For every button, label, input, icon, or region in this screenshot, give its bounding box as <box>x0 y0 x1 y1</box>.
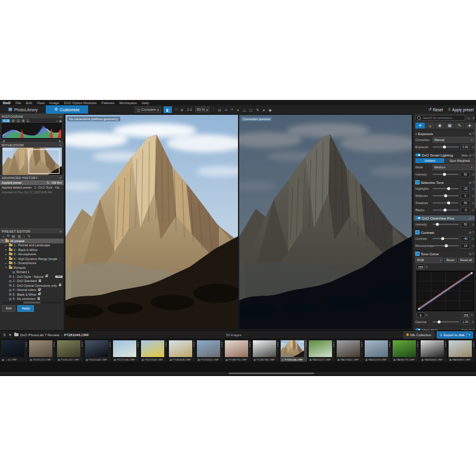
curve-max-input[interactable]: 255 <box>416 264 425 270</box>
stepper-icon[interactable]: ⇅ <box>472 187 474 190</box>
filmstrip-thumbnail[interactable]: ▣PA070601.ORF <box>336 340 363 362</box>
mode-select[interactable]: Medium ▾ <box>433 164 474 170</box>
close-icon[interactable]: ✕ <box>60 176 62 180</box>
close-icon[interactable]: ✕ <box>60 143 62 147</box>
filmstrip-thumbnail[interactable]: ▣P3261207.ORF <box>57 340 83 362</box>
expand-caret-icon[interactable]: ▾ <box>5 266 8 269</box>
slider-value[interactable]: -25 <box>461 186 470 192</box>
thumbnail-image[interactable] <box>85 340 108 357</box>
preset-tree-item[interactable]: ▾All presets <box>0 239 64 243</box>
rename-preset-icon[interactable]: ✎ <box>27 234 30 238</box>
stepper-icon[interactable]: ⇅ <box>425 314 428 317</box>
crop-tool-icon[interactable]: ⊡ <box>217 108 221 112</box>
settings-gear-icon[interactable]: ⚙ <box>469 154 471 157</box>
thumbnail-image[interactable] <box>421 340 446 357</box>
thumbnail-image[interactable] <box>449 340 472 357</box>
thumbnail-image[interactable] <box>57 340 80 357</box>
smart-lighting-header[interactable]: DxO Smart Lighting Auto ⚙ ? <box>414 152 476 158</box>
thumbnail-image[interactable] <box>141 340 164 357</box>
export-preset-icon[interactable]: ▥ <box>17 234 21 238</box>
thumbnail-image[interactable] <box>29 340 55 357</box>
spot-weighted-button[interactable]: Spot Weighted <box>445 158 474 163</box>
history-row[interactable]: Applied preset 5 - Old film <box>0 180 64 185</box>
filmstrip-thumbnail[interactable]: ▣PA051078.ORF <box>364 340 391 362</box>
contrast-header[interactable]: Contrast ⚙ ? <box>414 230 476 235</box>
thumbnail-image[interactable] <box>309 340 332 357</box>
slider[interactable] <box>433 202 459 203</box>
channel-button-r[interactable]: R <box>11 119 15 123</box>
tab-detail[interactable]: ◉ <box>435 123 444 129</box>
history-row[interactable]: Applied default preset 1 - DxO Style - N… <box>0 185 64 190</box>
collapse-caret-icon[interactable]: ▾ <box>415 132 417 136</box>
preset-tree-scrollbar[interactable] <box>2 302 61 303</box>
breadcrumb[interactable]: DxO PhotoLab 7 Review <box>20 333 60 337</box>
search-box[interactable] <box>415 115 465 121</box>
filmstrip-thumbnail[interactable]: ▣PA080857.ORF <box>448 340 475 362</box>
enable-toggle[interactable] <box>415 217 421 220</box>
selective-tone-header[interactable]: Selective Tone ⚙ ? <box>414 180 476 185</box>
softproof-monitor-icon[interactable]: ◐ <box>57 119 58 123</box>
compare-button[interactable]: ◫ Compare ▾ <box>134 107 161 113</box>
stepper-icon[interactable]: ⇅ <box>472 209 474 212</box>
stepper-icon[interactable]: ⇅ <box>425 265 428 268</box>
filmstrip-thumbnail[interactable]: ▣P7280751.ORF <box>224 340 251 362</box>
export-to-disk-button[interactable]: ⇩ Export to disk ▾ <box>437 331 473 339</box>
menu-item[interactable]: File <box>15 101 21 105</box>
slider-handle[interactable] <box>443 209 446 212</box>
brush-tool-icon[interactable]: ✎ <box>256 108 260 112</box>
after-pane[interactable]: Correction preview <box>239 115 412 329</box>
channel-button-b[interactable]: B <box>21 119 26 123</box>
scrollbar-thumb[interactable] <box>228 372 314 374</box>
thumbnail-image[interactable] <box>281 340 306 357</box>
slider-handle[interactable] <box>441 237 444 240</box>
preset-tree-item[interactable]: ▤5 - Black & White <box>0 292 64 297</box>
favorites-star-icon[interactable]: ☆ <box>467 116 470 120</box>
nik-collection-button[interactable]: Nik Collection <box>403 331 434 339</box>
stepper-icon[interactable]: ⇅ <box>471 314 473 317</box>
thumbnail-image[interactable] <box>393 340 416 357</box>
preset-tree-item[interactable]: ▾Richards <box>0 265 64 270</box>
slider-value[interactable]: 50 <box>461 222 470 227</box>
thumbnail-image[interactable] <box>449 340 474 357</box>
sort-icon[interactable]: ⇅ <box>3 333 6 337</box>
thumbnail-image[interactable] <box>421 340 444 357</box>
tone-curve-graph[interactable] <box>416 271 473 311</box>
eraser-tool-icon[interactable]: ⌀ <box>262 108 266 112</box>
thumbnail-image[interactable] <box>365 340 388 357</box>
thumbnail-image[interactable] <box>1 340 27 357</box>
show-mask-icon[interactable]: ◉ <box>268 108 272 112</box>
stepper-icon[interactable]: ⇅ <box>472 173 474 176</box>
stepper-icon[interactable]: ⇅ <box>472 195 474 198</box>
menu-item[interactable]: DxO Optics Modules <box>64 101 97 105</box>
settings-gear-icon[interactable]: ⚙ <box>469 181 471 184</box>
exposure-slider[interactable] <box>433 146 459 148</box>
slider-handle[interactable] <box>443 173 446 176</box>
filmstrip-thumbnail[interactable]: ▣P7270321.ORF <box>196 340 223 362</box>
slider-value[interactable]: 50 <box>461 172 470 177</box>
white-balance-eyedropper-icon[interactable]: ✑ <box>224 108 228 112</box>
thumbnail-image[interactable] <box>309 340 334 357</box>
filmstrip-thumbnail[interactable]: ▣PA280845.ORF <box>420 340 447 362</box>
reset-button[interactable]: ↺ Reset <box>428 107 443 112</box>
slider[interactable] <box>433 188 459 189</box>
expand-caret-icon[interactable]: ▾ <box>2 239 4 242</box>
expand-caret-icon[interactable]: ▸ <box>5 244 8 247</box>
preset-tree-item[interactable]: ▤3 - DxO Optical Corrections only <box>0 283 64 288</box>
menu-item[interactable]: Image <box>49 101 60 105</box>
settings-gear-icon[interactable]: ⚙ <box>469 252 471 256</box>
menu-item[interactable]: View <box>37 101 45 105</box>
channel-button-rgb[interactable]: RGB <box>2 119 10 123</box>
navigator-thumbnail[interactable] <box>2 148 62 175</box>
curve-reset-button[interactable]: Reset <box>444 258 456 263</box>
slider[interactable] <box>433 238 459 239</box>
tab-customize[interactable]: ⚙ Customize <box>46 105 87 114</box>
import-preset-icon[interactable]: ▤ <box>12 234 15 238</box>
zoom-fit-icon[interactable]: ✛ <box>180 108 184 112</box>
thumbnail-image[interactable] <box>253 340 278 357</box>
preset-tree-item[interactable]: ▤4 - Neutral colors <box>0 288 64 293</box>
menu-item[interactable]: Help <box>142 101 149 105</box>
intensity-slider[interactable] <box>433 224 459 225</box>
stepper-icon[interactable]: ⇅ <box>472 146 474 149</box>
filmstrip-thumbnail[interactable]: ▣PA200217.ORF <box>308 340 335 362</box>
curve-reset-all-button[interactable]: Reset all <box>458 258 474 263</box>
